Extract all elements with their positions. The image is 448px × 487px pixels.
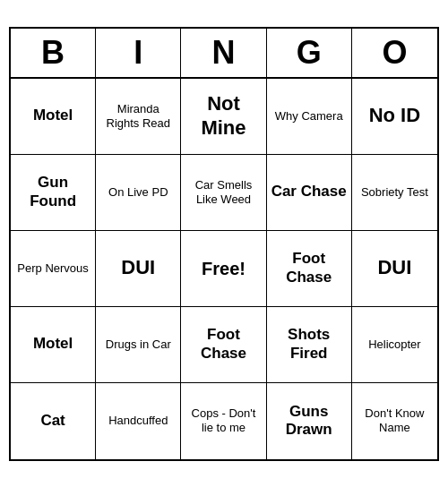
- bingo-letter: O: [352, 29, 437, 77]
- bingo-cell: Handcuffed: [96, 383, 181, 459]
- bingo-cell: On Live PD: [96, 155, 181, 231]
- bingo-letter: G: [267, 29, 352, 77]
- bingo-cell: Perp Nervous: [11, 231, 96, 307]
- bingo-cell: Motel: [11, 307, 96, 383]
- bingo-cell: No ID: [352, 79, 437, 155]
- bingo-cell: Shots Fired: [267, 307, 352, 383]
- bingo-cell: Motel: [11, 79, 96, 155]
- bingo-cell: Why Camera: [267, 79, 352, 155]
- bingo-cell: DUI: [352, 231, 437, 307]
- bingo-letter: N: [181, 29, 266, 77]
- bingo-cell: Cops - Don't lie to me: [181, 383, 266, 459]
- bingo-cell: Free!: [181, 231, 266, 307]
- bingo-cell: Gun Found: [11, 155, 96, 231]
- bingo-cell: DUI: [96, 231, 181, 307]
- bingo-cell: Foot Chase: [181, 307, 266, 383]
- bingo-letter: B: [11, 29, 96, 77]
- bingo-cell: Miranda Rights Read: [96, 79, 181, 155]
- bingo-cell: Drugs in Car: [96, 307, 181, 383]
- bingo-grid: MotelMiranda Rights ReadNot MineWhy Came…: [11, 79, 437, 459]
- bingo-cell: Sobriety Test: [352, 155, 437, 231]
- bingo-cell: Guns Drawn: [267, 383, 352, 459]
- bingo-cell: Car Chase: [267, 155, 352, 231]
- bingo-cell: Helicopter: [352, 307, 437, 383]
- bingo-cell: Car Smells Like Weed: [181, 155, 266, 231]
- bingo-letter: I: [96, 29, 181, 77]
- bingo-cell: Don't Know Name: [352, 383, 437, 459]
- bingo-card: BINGO MotelMiranda Rights ReadNot MineWh…: [9, 27, 439, 461]
- bingo-cell: Cat: [11, 383, 96, 459]
- bingo-cell: Not Mine: [181, 79, 266, 155]
- bingo-header: BINGO: [11, 29, 437, 79]
- bingo-cell: Foot Chase: [267, 231, 352, 307]
